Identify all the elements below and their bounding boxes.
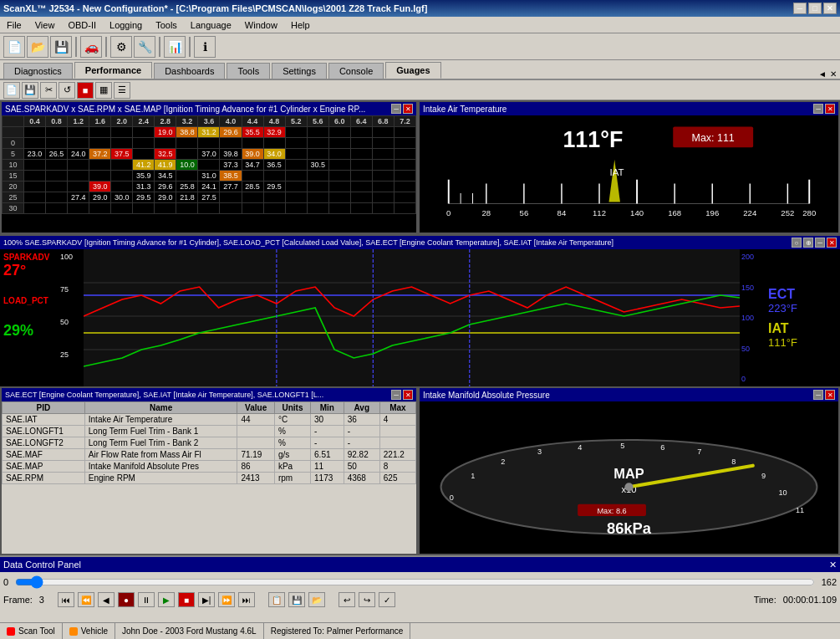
iat-gauge-title: Intake Air Temperature: [423, 105, 507, 114]
menu-logging[interactable]: Logging: [103, 17, 149, 33]
sub-3[interactable]: ✂: [40, 82, 57, 99]
pid-close-btn[interactable]: ✕: [403, 390, 413, 400]
new-button[interactable]: 📄: [3, 36, 25, 58]
sub-list[interactable]: ☰: [114, 82, 130, 99]
map-min-btn[interactable]: ─: [813, 390, 823, 400]
status-vehicle: Vehicle: [63, 623, 115, 639]
dcp-save-btn[interactable]: 💾: [288, 592, 305, 607]
dcp-stop-btn[interactable]: ■: [178, 592, 195, 607]
info-button[interactable]: ℹ: [194, 36, 216, 58]
chart-button[interactable]: 📊: [164, 36, 186, 58]
chart-panel-controls: ○ ⊕ ─ ✕: [792, 238, 837, 248]
chart-title: 100% SAE.SPARKADV [Ignition Timing Advan…: [3, 238, 613, 247]
sparkadv-label: SPARKADV: [3, 253, 55, 262]
svg-text:196: 196: [705, 208, 719, 217]
dcp-record-btn[interactable]: ●: [118, 592, 135, 607]
sub-new[interactable]: 📄: [3, 82, 20, 99]
sub-save[interactable]: 💾: [22, 82, 38, 99]
tab-dashboards[interactable]: Dashboards: [154, 63, 225, 79]
dcp-last-btn[interactable]: ⏭: [238, 592, 255, 607]
svg-text:11: 11: [796, 506, 804, 514]
open-button[interactable]: 📂: [27, 36, 48, 58]
table-min-btn[interactable]: ─: [391, 104, 401, 114]
menu-obd[interactable]: OBD-II: [61, 17, 103, 33]
tab-console[interactable]: Console: [328, 63, 384, 79]
tab-arrow-right[interactable]: ✕: [830, 69, 837, 79]
menu-help[interactable]: Help: [284, 17, 317, 33]
svg-text:2: 2: [501, 458, 505, 466]
sub-stop[interactable]: ■: [77, 82, 94, 99]
menu-language[interactable]: Language: [184, 17, 238, 33]
scan-tool-label: Scan Tool: [18, 626, 55, 636]
tab-settings[interactable]: Settings: [272, 63, 327, 79]
dcp-play-btn[interactable]: ▶: [158, 592, 175, 607]
chart-btn1[interactable]: ○: [792, 238, 802, 248]
tab-diagnostics[interactable]: Diagnostics: [3, 63, 73, 79]
dcp-next-fast-btn[interactable]: ⏩: [218, 592, 235, 607]
table-row: 0: [3, 138, 416, 149]
sub-refresh[interactable]: ↺: [59, 82, 75, 99]
pid-table-title: SAE.ECT [Engine Coolant Temperature], SA…: [5, 391, 323, 399]
map-gauge-header: Intake Manifold Absolute Pressure ─ ✕: [420, 388, 838, 401]
svg-rect-0: [433, 115, 826, 233]
iat-close-btn[interactable]: ✕: [825, 104, 835, 114]
vehicle-label: Vehicle: [81, 626, 108, 636]
svg-text:280: 280: [802, 208, 816, 217]
dcp-pause-btn[interactable]: ⏸: [138, 592, 155, 607]
svg-text:1: 1: [471, 472, 475, 480]
iat-max-text: Max: 111: [692, 132, 735, 144]
tab-arrow-left[interactable]: ◄: [818, 69, 827, 79]
menu-window[interactable]: Window: [238, 17, 284, 33]
map-close-btn[interactable]: ✕: [825, 390, 835, 400]
save-button[interactable]: 💾: [50, 36, 72, 58]
maximize-button[interactable]: □: [808, 3, 822, 14]
toolbar-sep3: [159, 37, 160, 57]
dcp-action3-btn[interactable]: ✓: [379, 592, 395, 607]
iat-min-btn[interactable]: ─: [813, 104, 823, 114]
dcp-next-btn[interactable]: ▶|: [198, 592, 215, 607]
dcp-prev-btn[interactable]: ◀: [98, 592, 115, 607]
table-row: 19.038.831.2 29.635.532.9: [3, 127, 416, 138]
map-gauge-title: Intake Manifold Absolute Pressure: [423, 391, 550, 400]
chart-min-btn[interactable]: ─: [815, 238, 825, 248]
settings-button[interactable]: ⚙: [110, 36, 132, 58]
main-content: SAE.SPARKADV x SAE.RPM x SAE.MAP [Igniti…: [0, 100, 840, 555]
minimize-button[interactable]: ─: [793, 3, 807, 14]
bottom-row: SAE.ECT [Engine Coolant Temperature], SA…: [0, 386, 840, 555]
dcp-first-btn[interactable]: ⏮: [58, 592, 74, 607]
iat-gauge-controls: ─ ✕: [813, 104, 835, 114]
tools-button[interactable]: 🔧: [134, 36, 155, 58]
iat-needle-label: IAT: [610, 167, 624, 177]
dcp-load-btn[interactable]: 📂: [308, 592, 325, 607]
table-max-btn[interactable]: ✕: [403, 104, 413, 114]
sub-grid[interactable]: ▦: [95, 82, 112, 99]
tab-performance[interactable]: Performance: [74, 62, 152, 79]
dcp-slider[interactable]: [15, 575, 815, 589]
chart-btn2[interactable]: ⊕: [803, 238, 813, 248]
menu-file[interactable]: File: [0, 17, 28, 33]
table-panel-title: SAE.SPARKADV x SAE.RPM x SAE.MAP [Igniti…: [5, 105, 365, 114]
table-row: SAE.MAFAir Flow Rate from Mass Air Fl71.…: [3, 449, 416, 461]
svg-text:0: 0: [450, 493, 454, 502]
svg-rect-27: [84, 249, 740, 386]
svg-text:86kPa: 86kPa: [607, 519, 652, 537]
tab-tools[interactable]: Tools: [227, 63, 270, 79]
menu-view[interactable]: View: [28, 17, 62, 33]
close-button[interactable]: ✕: [823, 3, 837, 14]
dcp-prev-fast-btn[interactable]: ⏪: [78, 592, 94, 607]
y-axis-left: 100755025: [59, 249, 84, 386]
chart-close-btn[interactable]: ✕: [827, 238, 837, 248]
menu-tools[interactable]: Tools: [149, 17, 184, 33]
print-button[interactable]: 🚗: [80, 36, 102, 58]
dcp-controls-row: Frame: 3 ⏮ ⏪ ◀ ● ⏸ ▶ ■ ▶| ⏩ ⏭ 📋 💾 📂 ↩ ↪ …: [3, 592, 837, 607]
status-user-info: John Doe - 2003 Ford Mustang 4.6L: [115, 623, 264, 639]
tab-guages[interactable]: Guages: [385, 62, 440, 79]
dcp-export-btn[interactable]: 📋: [268, 592, 285, 607]
svg-point-53: [624, 483, 633, 491]
dcp-close[interactable]: ✕: [829, 560, 837, 570]
svg-text:10: 10: [778, 488, 787, 497]
dcp-action2-btn[interactable]: ↪: [359, 592, 375, 607]
svg-text:Max: 8.6: Max: 8.6: [597, 507, 626, 515]
pid-min-btn[interactable]: ─: [391, 390, 401, 400]
dcp-action1-btn[interactable]: ↩: [339, 592, 355, 607]
